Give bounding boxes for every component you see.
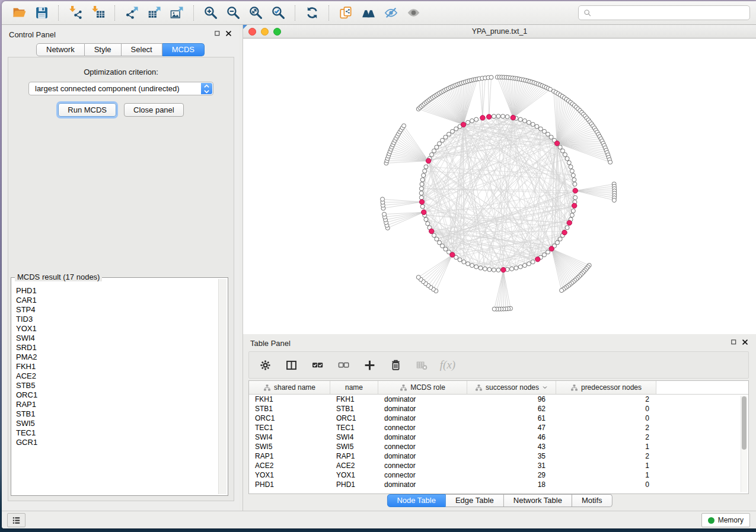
cell: connector <box>378 423 467 432</box>
optimization-criterion-value: largest connected component (undirected) <box>35 84 180 93</box>
mcds-result-item[interactable]: SWI5 <box>16 419 218 428</box>
memory-status-dot <box>708 517 714 524</box>
export-network-button[interactable] <box>120 3 143 23</box>
mcds-result-scrollbar[interactable] <box>218 279 227 494</box>
zoom-fit-button[interactable] <box>244 3 267 23</box>
mcds-result-item[interactable]: TEC1 <box>16 428 218 438</box>
close-panel-icon[interactable] <box>225 30 232 37</box>
table-row-STB1[interactable]: STB1STB1dominator620 <box>249 404 748 414</box>
zoom-in-button[interactable] <box>199 3 222 23</box>
show-all-button[interactable] <box>402 3 425 23</box>
mcds-result-item[interactable]: FKH1 <box>16 362 218 371</box>
cell: dominator <box>378 451 467 461</box>
table-row-SWI5[interactable]: SWI5SWI5connector431 <box>249 442 748 451</box>
memory-button[interactable]: Memory <box>701 513 750 527</box>
network-canvas[interactable] <box>243 39 756 334</box>
table-row-ORC1[interactable]: ORC1ORC1dominator610 <box>249 414 748 423</box>
table-row-FKH1[interactable]: FKH1FKH1dominator962 <box>249 395 748 404</box>
mcds-result-list[interactable]: PHD1CAR1STP4TID3YOX1SWI4SRD1PMA2FKH1ACE2… <box>12 281 218 494</box>
mcds-result-item[interactable]: CAR1 <box>16 296 218 305</box>
clone-network-button[interactable] <box>334 3 357 23</box>
export-image-button[interactable] <box>165 3 188 23</box>
open-file-button[interactable] <box>8 3 30 23</box>
export-table-button[interactable] <box>143 3 165 23</box>
float-panel-icon[interactable] <box>214 30 221 37</box>
mcds-result-item[interactable]: TID3 <box>16 315 218 324</box>
table-row-RAP1[interactable]: RAP1RAP1dominator352 <box>249 451 748 461</box>
column-header-shared-name[interactable]: shared name <box>249 381 330 394</box>
table-row-PHD1[interactable]: PHD1PHD1dominator180 <box>249 480 748 489</box>
delete-row-button[interactable] <box>385 355 406 375</box>
export-image-icon <box>170 5 184 20</box>
import-table-button[interactable] <box>87 3 109 23</box>
cell: 29 <box>467 470 556 480</box>
add-row-button[interactable] <box>359 355 379 375</box>
tab-network-table[interactable]: Network Table <box>504 494 572 507</box>
tab-edge-table[interactable]: Edge Table <box>446 494 504 507</box>
mcds-result-item[interactable]: PHD1 <box>16 286 218 296</box>
cell: 0 <box>556 414 656 423</box>
mcds-result-item[interactable]: SRD1 <box>16 343 218 352</box>
show-columns-button[interactable] <box>281 355 301 375</box>
search-icon <box>583 8 592 18</box>
mcds-result-item[interactable]: GCR1 <box>16 438 218 447</box>
cell: STB1 <box>330 404 378 414</box>
table-row-ACE2[interactable]: ACE2ACE2connector311 <box>249 461 748 470</box>
column-header-MCDS-role[interactable]: MCDS role <box>378 381 467 394</box>
network-window-titlebar[interactable]: YPA_prune.txt_1 <box>243 25 756 39</box>
binoculars-button[interactable] <box>357 3 379 23</box>
mcds-result-item[interactable]: STB5 <box>16 381 218 390</box>
deselect-all-button[interactable] <box>333 355 353 375</box>
toolbar-separator <box>328 5 329 21</box>
cell: FKH1 <box>330 395 378 404</box>
close-panel-button[interactable]: Close panel <box>124 103 184 117</box>
table-row-YOX1[interactable]: YOX1YOX1connector291 <box>249 470 748 480</box>
tab-mcds[interactable]: MCDS <box>162 43 205 56</box>
zoom-out-button[interactable] <box>222 3 244 23</box>
network-graph[interactable] <box>243 39 756 334</box>
search-box[interactable] <box>578 5 750 20</box>
mcds-result-item[interactable]: STP4 <box>16 305 218 315</box>
close-panel-icon[interactable] <box>742 339 748 345</box>
select-all-button[interactable] <box>307 355 327 375</box>
function-builder-button: f(x) <box>438 355 458 375</box>
hide-selected-icon <box>384 5 398 20</box>
mcds-result-item[interactable]: ACE2 <box>16 371 218 381</box>
column-header-predecessor-nodes[interactable]: predecessor nodes <box>556 381 656 394</box>
optimization-criterion-select[interactable]: largest connected component (undirected) <box>28 82 213 95</box>
clone-network-icon <box>339 5 353 20</box>
table-row-TEC1[interactable]: TEC1TEC1connector472 <box>249 423 748 432</box>
refresh-network-button[interactable] <box>301 3 323 23</box>
zoom-selected-button[interactable] <box>267 3 289 23</box>
column-header-name[interactable]: name <box>330 381 378 394</box>
mcds-result-item[interactable]: RAP1 <box>16 400 218 409</box>
mcds-result-item[interactable]: STB1 <box>16 409 218 419</box>
cell: 31 <box>467 461 556 470</box>
column-label: name <box>345 383 363 392</box>
tab-style[interactable]: Style <box>85 43 122 56</box>
table-scrollbar-thumb[interactable] <box>742 396 747 450</box>
mcds-result-item[interactable]: YOX1 <box>16 324 218 334</box>
mcds-result-item[interactable]: ORC1 <box>16 390 218 400</box>
mcds-result-item[interactable]: SWI4 <box>16 334 218 343</box>
mcds-result-item[interactable]: PMA2 <box>16 352 218 362</box>
cell: SWI5 <box>330 442 378 451</box>
column-label: MCDS role <box>410 383 445 392</box>
run-mcds-button[interactable]: Run MCDS <box>58 103 116 117</box>
table-row-SWI4[interactable]: SWI4SWI4dominator462 <box>249 432 748 442</box>
float-panel-icon[interactable] <box>731 339 737 345</box>
control-panel-title: Control Panel <box>9 30 56 39</box>
hide-selected-button[interactable] <box>379 3 402 23</box>
tab-network[interactable]: Network <box>36 43 85 56</box>
import-network-button[interactable] <box>64 3 87 23</box>
table-scrollbar[interactable] <box>741 396 747 492</box>
save-session-button[interactable] <box>30 3 53 23</box>
tab-motifs[interactable]: Motifs <box>572 494 613 507</box>
search-input[interactable] <box>595 9 745 17</box>
tab-select[interactable]: Select <box>122 43 162 56</box>
column-label: successor nodes <box>486 383 539 392</box>
column-header-successor-nodes[interactable]: successor nodes <box>467 381 556 394</box>
tab-node-table[interactable]: Node Table <box>387 494 446 507</box>
settings-gear-button[interactable] <box>255 355 275 375</box>
task-history-button[interactable] <box>7 513 25 527</box>
